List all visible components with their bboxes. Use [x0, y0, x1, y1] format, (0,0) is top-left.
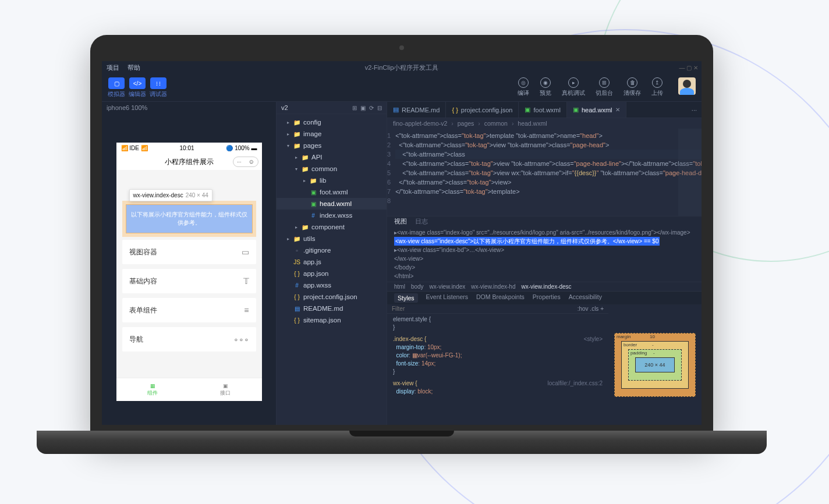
action-remote[interactable]: ▸真机调试 — [562, 77, 585, 97]
action-compile[interactable]: ◎编译 — [518, 77, 529, 97]
mode-editor[interactable]: </>编辑器 — [129, 77, 146, 98]
tree-folder[interactable]: ▸📁lib — [277, 175, 387, 186]
tree-folder[interactable]: ▸📁utils — [277, 233, 387, 244]
close-icon[interactable]: ✕ — [615, 107, 620, 113]
editor-tabs: ▤README.md{ }project.config.json▣foot.wx… — [387, 102, 702, 118]
tree-file[interactable]: { }sitemap.json — [277, 314, 387, 326]
ide-screen: 项目 帮助 v2-FinClip小程序开发工具 — ▢ ✕ ▢模拟器 </>编辑… — [102, 61, 702, 425]
device-label[interactable]: iphone6 100% — [102, 102, 276, 113]
tree-file[interactable]: JSapp.js — [277, 256, 387, 268]
tree-file[interactable]: ▣foot.wxml — [277, 186, 387, 198]
phone-simulator[interactable]: 📶 IDE 📶 10:01 🔵 100% ▬ 小程序组件展示 ···⊙ wx-v… — [116, 143, 262, 401]
new-file-icon[interactable]: ⊞ — [352, 105, 357, 111]
devtools-tabs[interactable]: 视图 日志 — [387, 216, 702, 227]
action-clear-cache[interactable]: 🗑清缓存 — [623, 77, 641, 97]
code-editor[interactable]: 12345678 <"tok-attrname">class="tok-tag"… — [387, 129, 702, 216]
tabs-overflow[interactable]: ··· — [687, 107, 702, 113]
project-root[interactable]: v2 — [281, 104, 288, 111]
breadcrumb[interactable]: fino-applet-demo-v2 › pages › common › h… — [387, 118, 702, 129]
tree-file[interactable]: #app.wxss — [277, 279, 387, 291]
devtools: 视图 日志 ▸<wx-image class="index-logo" src=… — [387, 216, 702, 425]
simulator-panel: iphone6 100% 📶 IDE 📶 10:01 🔵 100% ▬ 小程序组… — [102, 102, 277, 425]
tree-folder[interactable]: ▸📁API — [277, 151, 387, 163]
menu-project[interactable]: 项目 — [107, 63, 119, 72]
element-style-block[interactable]: element.style { } — [387, 314, 608, 333]
mode-debugger[interactable]: ⫶⫶调试器 — [150, 77, 167, 98]
tree-folder[interactable]: ▸📁component — [277, 221, 387, 233]
tree-file[interactable]: ▣head.wxml — [277, 198, 387, 210]
inspect-tooltip: wx-view.index-desc240 × 44 — [129, 189, 212, 201]
highlighted-element[interactable]: 以下将展示小程序官方组件能力，组件样式仅供参考。 — [126, 204, 253, 233]
laptop-frame: 项目 帮助 v2-FinClip小程序开发工具 — ▢ ✕ ▢模拟器 </>编辑… — [90, 35, 713, 454]
styles-tools[interactable]: :hov .cls + — [578, 306, 604, 312]
dom-breadcrumb[interactable]: htmlbodywx-view.indexwx-view.index-hdwx-… — [387, 282, 702, 292]
camera-dot — [399, 45, 404, 50]
toolbar: ▢模拟器 </>编辑器 ⫶⫶调试器 ◎编译 ◉预览 ▸真机调试 ⊞切后台 🗑清缓… — [102, 74, 702, 102]
menu-help[interactable]: 帮助 — [127, 63, 140, 72]
tree-folder[interactable]: ▾📁pages — [277, 140, 387, 151]
editor-panel: ▤README.md{ }project.config.json▣foot.wx… — [387, 102, 702, 425]
css-rule-block-2[interactable]: localfile:/_index.css:2 wx-view { displa… — [387, 378, 608, 397]
explorer-header: v2 ⊞ ▣ ⟳ ⊟ — [277, 102, 387, 114]
phone-tabbar: ▦组件 ▣接口 — [116, 378, 262, 401]
dom-tree[interactable]: ▸<wx-image class="index-logo" src="../re… — [387, 227, 702, 282]
tree-folder[interactable]: ▸📁config — [277, 116, 387, 128]
phone-header: 小程序组件展示 ···⊙ — [116, 154, 262, 170]
refresh-icon[interactable]: ⟳ — [369, 105, 374, 111]
list-item[interactable]: 视图容器▭ — [122, 240, 256, 264]
tab-api[interactable]: ▣接口 — [189, 378, 262, 401]
capsule-button[interactable]: ···⊙ — [233, 157, 258, 167]
tree-folder[interactable]: ▸📁image — [277, 128, 387, 140]
file-explorer: v2 ⊞ ▣ ⟳ ⊟ ▸📁config▸📁image▾📁pages▸📁API▾📁… — [277, 102, 387, 425]
list-item[interactable]: 表单组件≡ — [122, 298, 256, 322]
editor-tab[interactable]: ▤README.md — [387, 102, 446, 118]
user-avatar[interactable] — [678, 77, 696, 95]
mode-simulator[interactable]: ▢模拟器 — [108, 77, 125, 98]
tree-file[interactable]: ▫.gitignore — [277, 244, 387, 256]
trash-icon: 🗑 — [627, 77, 637, 88]
action-preview[interactable]: ◉预览 — [540, 77, 551, 97]
css-rule-block[interactable]: <style> .index-desc { margin-top: 10px; … — [387, 333, 608, 378]
tree-file[interactable]: { }project.config.json — [277, 291, 387, 303]
background-icon: ⊞ — [599, 77, 610, 88]
phone-statusbar: 📶 IDE 📶 10:01 🔵 100% ▬ — [116, 143, 262, 154]
preview-icon: ◉ — [540, 77, 551, 88]
tree-file[interactable]: ▤README.md — [277, 303, 387, 314]
list-item[interactable]: 导航∘∘∘ — [122, 327, 256, 352]
compile-icon: ◎ — [518, 77, 529, 88]
tab-components[interactable]: ▦组件 — [116, 378, 189, 401]
action-background[interactable]: ⊞切后台 — [596, 77, 613, 97]
chip-icon: ▣ — [223, 383, 228, 389]
upload-icon: ↥ — [652, 77, 663, 88]
styles-filter-input[interactable] — [392, 306, 578, 312]
editor-tab[interactable]: ▣head.wxml✕ — [567, 102, 626, 118]
menubar: 项目 帮助 v2-FinClip小程序开发工具 — ▢ ✕ — [102, 61, 702, 74]
window-title: v2-FinClip小程序开发工具 — [365, 63, 439, 72]
tree-folder[interactable]: ▾📁common — [277, 163, 387, 175]
phone-title: 小程序组件展示 — [165, 157, 214, 167]
styles-pane[interactable]: :hov .cls + element.style { } <style> .i… — [387, 304, 608, 425]
grid-icon: ▦ — [150, 383, 155, 389]
list-item[interactable]: 基础内容𝕋 — [122, 269, 256, 293]
editor-tab[interactable]: { }project.config.json — [446, 102, 519, 118]
window-controls[interactable]: — ▢ ✕ — [679, 65, 698, 71]
minimap[interactable] — [678, 129, 702, 216]
box-model: margin10 border- padding- 240 × 44 — [608, 304, 702, 425]
collapse-icon[interactable]: ⊟ — [377, 105, 382, 111]
editor-tab[interactable]: ▣foot.wxml — [519, 102, 566, 118]
tree-file[interactable]: { }app.json — [277, 268, 387, 279]
tree-file[interactable]: #index.wxss — [277, 210, 387, 221]
devtools-subtabs[interactable]: StylesEvent ListenersDOM BreakpointsProp… — [387, 292, 702, 304]
remote-icon: ▸ — [568, 77, 579, 88]
new-folder-icon[interactable]: ▣ — [360, 105, 366, 111]
action-upload[interactable]: ↥上传 — [651, 77, 663, 97]
